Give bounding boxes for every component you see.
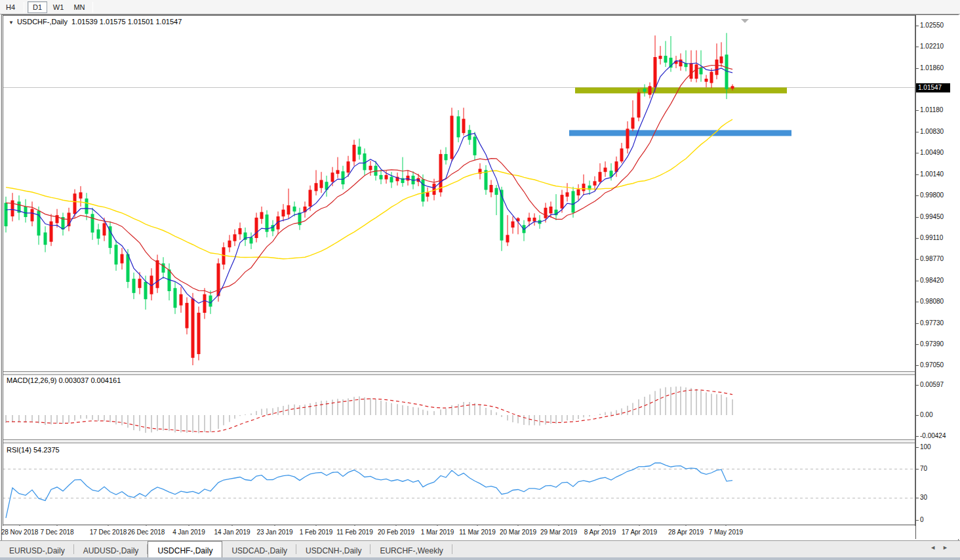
price-axis-label: 1.00830 <box>920 128 944 135</box>
rsi-axis-label: 30 <box>920 494 927 501</box>
date-label: 7 May 2019 <box>698 529 753 536</box>
time-scale[interactable]: 28 Nov 20187 Dec 201817 Dec 201826 Dec 2… <box>3 526 915 540</box>
price-axis-label: 1.01860 <box>920 64 944 71</box>
trading-terminal: { "toolbar": { "timeframes": ["H4", "D1"… <box>0 0 960 560</box>
chart-tab-usdcnh-daily[interactable]: USDCNH-,Daily <box>296 541 370 557</box>
chart-tab-eurchf-weekly[interactable]: EURCHF-,Weekly <box>370 541 452 557</box>
toolbar-separator <box>24 2 24 12</box>
toolbar-separator <box>92 2 93 12</box>
price-axis-label: 0.99110 <box>920 234 943 241</box>
chart-tab-usdcad-daily[interactable]: USDCAD-,Daily <box>222 541 296 557</box>
timeframe-button-h4[interactable]: H4 <box>1 1 20 13</box>
price-axis-label: 1.01180 <box>920 106 943 113</box>
rsi-axis-label: 100 <box>920 443 931 450</box>
price-axis-label: 1.02550 <box>920 22 944 29</box>
current-price-tag: 1.01547 <box>916 83 950 92</box>
date-label: 7 Dec 2018 <box>30 529 85 536</box>
tab-scroll-right-icon[interactable]: ► <box>942 544 955 551</box>
macd-axis-label: 0.00597 <box>920 381 944 388</box>
tab-scroll-left-icon[interactable]: ◄ <box>930 544 942 551</box>
timeframe-button-mn[interactable]: MN <box>70 1 89 13</box>
support-line <box>569 130 791 136</box>
resistance-line <box>575 87 787 93</box>
chart-tab-bar: EURUSD-,DailyAUDUSD-,DailyUSDCHF-,DailyU… <box>0 540 960 557</box>
price-axis-label: 0.97050 <box>920 361 944 369</box>
chart-tab-eurusd-daily[interactable]: EURUSD-,Daily <box>0 541 74 557</box>
price-axis-label: 0.97730 <box>920 319 944 327</box>
price-axis-label: 0.97390 <box>920 340 944 348</box>
chart-tab-audusd-daily[interactable]: AUDUSD-,Daily <box>74 541 148 557</box>
chevron-down-icon[interactable]: ▼ <box>9 20 14 26</box>
tab-scroll-arrows: ◄► <box>930 544 955 551</box>
timeframe-toolbar: H4 D1 W1 MN <box>0 0 960 14</box>
chart-plot-area[interactable] <box>3 15 915 539</box>
price-axis-label: 1.00490 <box>920 149 944 156</box>
macd-axis-label: -0.00424 <box>920 432 946 439</box>
chart-tab-usdchf-daily[interactable]: USDCHF-,Daily <box>148 541 222 557</box>
timeframe-button-w1[interactable]: W1 <box>49 1 68 13</box>
rsi-axis-label: 0 <box>920 516 924 523</box>
price-axis-label: 0.98080 <box>920 298 944 305</box>
price-axis-label: 0.98420 <box>920 277 944 284</box>
price-axis-label: 0.99450 <box>920 213 944 220</box>
price-axis-label: 0.99800 <box>920 191 944 199</box>
price-axis-label: 1.00140 <box>920 170 944 178</box>
rsi-axis-label: 70 <box>920 465 927 472</box>
chart-symbol-label: USDCHF-,Daily <box>17 18 68 26</box>
price-axis-label: 1.02210 <box>920 43 944 50</box>
price-axis-label: 0.98770 <box>920 255 944 262</box>
chart-title: ▼USDCHF-,Daily 1.01539 1.01575 1.01501 1… <box>9 18 182 26</box>
timeframe-button-d1[interactable]: D1 <box>28 1 47 13</box>
chart-ohlc-values: 1.01539 1.01575 1.01501 1.01547 <box>71 18 182 26</box>
rsi-indicator-label: RSI(14) 54.2375 <box>7 446 60 454</box>
macd-axis-label: 0.00 <box>920 411 932 418</box>
price-scale[interactable]: 1.025501.022101.018601.011801.008301.004… <box>915 15 960 539</box>
macd-indicator-label: MACD(12,26,9) 0.003037 0.004161 <box>7 376 121 384</box>
window-bottom-edge <box>0 557 960 560</box>
